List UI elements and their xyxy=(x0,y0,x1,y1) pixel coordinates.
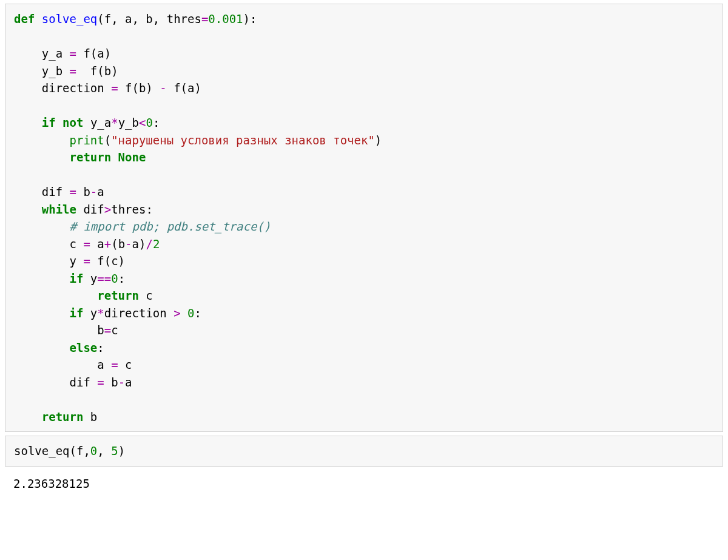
code: c xyxy=(14,237,83,251)
paren: ) xyxy=(118,444,125,457)
code: direction xyxy=(14,81,111,95)
code: (b xyxy=(111,237,125,251)
colon: : xyxy=(97,341,104,354)
op-minus: - xyxy=(160,81,166,95)
op-assign: = xyxy=(83,254,90,268)
paren-close: ): xyxy=(243,12,257,25)
string: "нарушены условия разных знаков точек" xyxy=(111,133,375,147)
op-div: / xyxy=(146,237,152,251)
paren: ( xyxy=(104,133,111,147)
code: thres: xyxy=(111,203,153,216)
keyword-return: return xyxy=(70,150,112,164)
op-assign: = xyxy=(111,81,118,95)
op-eqeq: == xyxy=(97,272,111,285)
code: a xyxy=(97,185,104,198)
code: a xyxy=(90,237,104,251)
indent xyxy=(14,150,70,164)
op-minus: - xyxy=(125,237,132,251)
op-star: * xyxy=(111,116,118,129)
op-minus: - xyxy=(90,185,97,198)
code: c xyxy=(111,323,118,337)
op-assign: = xyxy=(111,358,118,371)
code: a xyxy=(14,358,111,371)
code: a) xyxy=(132,237,146,251)
op-lt: < xyxy=(139,116,146,129)
code: dif xyxy=(76,203,104,216)
code: f(b) xyxy=(76,64,118,78)
params: (f, a, b, thres xyxy=(97,12,201,25)
number: 0 xyxy=(187,306,194,320)
op-star: * xyxy=(97,306,104,320)
code: f(b) xyxy=(118,81,160,95)
op-assign: = xyxy=(104,323,111,337)
function-name: solve_eq xyxy=(42,12,98,25)
number: 0 xyxy=(146,116,152,129)
code: dif xyxy=(14,376,97,389)
op-gt: > xyxy=(174,306,180,320)
code: y_b xyxy=(118,116,139,129)
number: 0 xyxy=(90,444,97,457)
code: y xyxy=(14,254,83,268)
comment: # import pdb; pdb.set_trace() xyxy=(70,220,271,233)
keyword-def: def xyxy=(14,12,35,25)
code: dif xyxy=(14,185,70,198)
keyword-if: if xyxy=(70,306,84,320)
keyword-if: if xyxy=(70,272,84,285)
indent xyxy=(14,341,70,354)
colon: : xyxy=(153,116,160,129)
op-assign: = xyxy=(201,12,208,25)
indent xyxy=(14,220,70,233)
builtin-print: print xyxy=(70,133,104,147)
indent xyxy=(14,289,97,302)
code: c xyxy=(139,289,153,302)
keyword-else: else xyxy=(70,341,98,354)
op-assign: = xyxy=(70,64,76,78)
op-assign: = xyxy=(83,237,90,251)
number: 2 xyxy=(153,237,160,251)
code: f(a) xyxy=(76,47,111,60)
number: 5 xyxy=(111,444,118,457)
code: y xyxy=(83,272,97,285)
op-assign: = xyxy=(97,376,104,389)
op-minus: - xyxy=(118,376,125,389)
indent xyxy=(14,203,42,216)
keyword-if: if xyxy=(42,116,56,129)
code: b xyxy=(104,376,118,389)
code: c xyxy=(118,358,132,371)
op-gt: > xyxy=(104,203,111,216)
code: y_b xyxy=(14,64,70,78)
code: y_a xyxy=(83,116,111,129)
code-cell-1: def solve_eq(f, a, b, thres=0.001): y_a … xyxy=(5,4,723,432)
code: y_a xyxy=(14,47,70,60)
keyword-return: return xyxy=(42,410,84,423)
code: y xyxy=(83,306,97,320)
code: solve_eq(f, xyxy=(14,444,90,457)
keyword-while: while xyxy=(42,203,76,216)
op-assign: = xyxy=(70,47,76,60)
paren: ) xyxy=(375,133,382,147)
code: f(a) xyxy=(167,81,201,95)
code: b xyxy=(14,323,104,337)
keyword-return: return xyxy=(97,289,139,302)
number: 0.001 xyxy=(208,12,243,25)
code: b xyxy=(76,185,90,198)
indent xyxy=(14,410,42,423)
colon: : xyxy=(195,306,201,320)
code: b xyxy=(83,410,97,423)
op-plus: + xyxy=(104,237,111,251)
number: 0 xyxy=(111,272,118,285)
indent xyxy=(14,306,70,320)
indent xyxy=(14,272,70,285)
colon: : xyxy=(118,272,125,285)
op-assign: = xyxy=(70,185,76,198)
indent xyxy=(14,116,42,129)
keyword-not: not xyxy=(62,116,83,129)
code: direction xyxy=(104,306,174,320)
indent xyxy=(14,133,70,147)
code: f(c) xyxy=(90,254,125,268)
comma: , xyxy=(97,444,111,457)
code-cell-2: solve_eq(f,0, 5) xyxy=(5,436,723,467)
constant-none: None xyxy=(118,150,146,164)
output-text: 2.236328125 xyxy=(5,470,723,498)
code: a xyxy=(125,376,132,389)
